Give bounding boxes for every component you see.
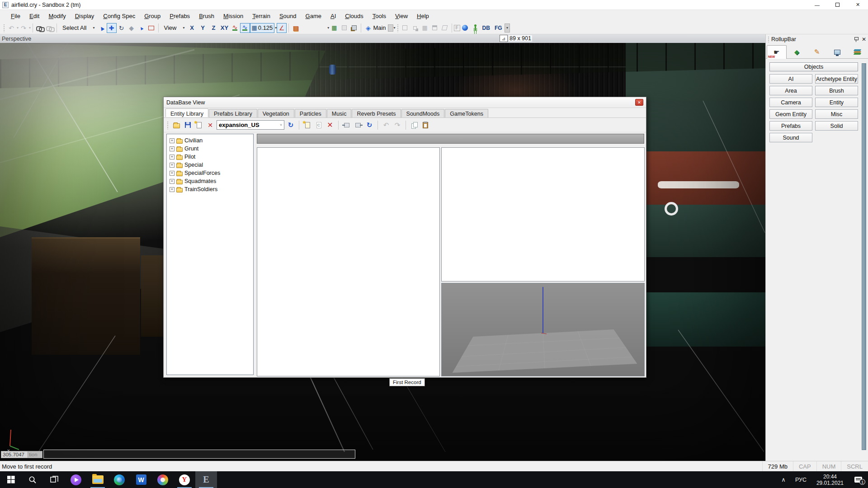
menu-prefabs[interactable]: Prefabs (165, 11, 194, 21)
taskbar-alice-button[interactable] (65, 471, 87, 488)
taskbar-explorer-button[interactable] (87, 471, 108, 488)
fg-toolbar-button[interactable]: FG (492, 25, 505, 31)
object-properties-button[interactable]: ▤ (291, 23, 301, 33)
tab-terrain[interactable]: ◆ (787, 45, 807, 58)
action-center-button[interactable]: 1 (848, 471, 868, 488)
menu-mission[interactable]: Mission (219, 11, 248, 21)
db-toolbar-button[interactable]: DB (480, 25, 492, 31)
copy-button[interactable] (409, 120, 419, 130)
view-combo[interactable]: View▾ (160, 23, 187, 32)
add-library-button[interactable]: ✱ (194, 120, 204, 130)
unlink-button[interactable] (45, 23, 55, 33)
menu-ai[interactable]: AI (326, 11, 340, 21)
object-button-geom-entity[interactable]: Geom Entity (769, 109, 812, 119)
scale-tool-button[interactable]: ◆ (127, 23, 137, 33)
taskbar-word-button[interactable]: W (130, 471, 152, 488)
item-list-panel[interactable] (257, 147, 440, 376)
reload-item-button[interactable]: ↻ (364, 120, 374, 130)
undo-button[interactable]: ↶ (6, 23, 16, 33)
angle-snap-button[interactable]: ∠ (277, 23, 287, 33)
mission-dropdown[interactable]: ▾ (394, 26, 396, 30)
grid-snap-control[interactable]: ▦ 0.125 (250, 23, 275, 33)
drop-to-ground-button[interactable] (430, 23, 440, 33)
start-button[interactable] (0, 471, 22, 488)
tab-reverb-presets[interactable]: Reverb Presets (352, 109, 401, 117)
maximize-button[interactable] (827, 0, 848, 10)
reload-library-button[interactable]: ↻ (286, 120, 296, 130)
object-button-prefabs[interactable]: Prefabs (769, 121, 812, 131)
expand-icon[interactable]: + (170, 171, 175, 176)
axis-z-button[interactable]: Z (208, 23, 219, 33)
select-tool-button[interactable]: ▲ (97, 23, 107, 33)
coordinate-field[interactable]: 305.7047 (1, 451, 28, 458)
object-button-sound[interactable]: Sound (769, 133, 812, 142)
layer-settings-button[interactable]: ▦ (329, 23, 339, 33)
follow-terrain-button[interactable]: ∿ (240, 23, 250, 33)
tab-objects[interactable]: ☛ NEW (767, 45, 787, 59)
object-button-camera[interactable]: Camera (769, 98, 812, 107)
minimize-button[interactable]: — (807, 0, 827, 10)
menu-brush[interactable]: Brush (194, 11, 219, 21)
library-combobox[interactable]: expansion_US ˅ (217, 120, 284, 130)
align-objects-button[interactable] (410, 23, 420, 33)
link-button[interactable] (35, 23, 45, 33)
object-button-solid[interactable]: Solid (815, 121, 858, 131)
menu-game[interactable]: Game (301, 11, 326, 21)
tab-gametokens[interactable]: GameTokens (445, 109, 488, 117)
tab-layers[interactable] (847, 45, 867, 58)
feature-toggle-button[interactable]: F (454, 25, 460, 31)
grid-tools-button[interactable]: ▦ (420, 23, 430, 33)
pin-icon[interactable] (854, 37, 858, 42)
tree-item-squadmates[interactable]: + Squadmates (167, 177, 253, 185)
menu-clouds[interactable]: Clouds (340, 11, 368, 21)
tab-entity-library[interactable]: Entity Library (165, 108, 208, 117)
move-tool-button[interactable]: ✚ (107, 23, 117, 33)
axis-x-button[interactable]: X (187, 23, 198, 33)
tree-item-special[interactable]: + Special (167, 161, 253, 169)
goto-position-button[interactable] (460, 23, 470, 33)
object-button-area[interactable]: Area (769, 86, 812, 95)
tab-music[interactable]: Music (327, 109, 352, 117)
rollupbar-close-button[interactable]: ✕ (862, 36, 866, 42)
menu-modify[interactable]: Modify (44, 11, 70, 21)
menu-sound[interactable]: Sound (275, 11, 301, 21)
axis-xy-button[interactable]: XY (219, 23, 230, 33)
tree-item-civilian[interactable]: + Civilian (167, 136, 253, 145)
dialog-titlebar[interactable]: DataBase View ✕ (164, 97, 646, 108)
delete-library-button[interactable]: ✕ (205, 120, 215, 130)
mission-properties-button[interactable] (388, 24, 393, 32)
rotate-tool-button[interactable]: ↻ (117, 23, 127, 33)
terrain-align-button[interactable]: ∿ (230, 23, 240, 33)
tree-item-pilot[interactable]: + Pilot (167, 153, 253, 161)
menu-file[interactable]: File (6, 11, 25, 21)
item-properties-panel[interactable] (441, 147, 645, 282)
object-button-archetype-entity[interactable]: Archetype Entity (815, 74, 858, 84)
toolbar-grip[interactable] (3, 24, 5, 32)
tree-item-trainsoldiers[interactable]: + TrainSoldiers (167, 185, 253, 193)
item-preview-panel[interactable] (441, 283, 645, 376)
menu-help[interactable]: Help (412, 11, 434, 21)
physics-reset-button[interactable] (440, 23, 450, 33)
rollupbar-header[interactable]: RollupBar ✕ (766, 34, 868, 44)
taskbar-search-button[interactable] (22, 471, 43, 488)
add-item-button[interactable]: ✱ (302, 120, 312, 130)
object-button-ai[interactable]: AI (769, 74, 812, 84)
expand-icon[interactable]: + (170, 146, 175, 151)
window-titlebar[interactable]: E airfield.cry - Sandbox 2 (tm) — ✕ (0, 0, 868, 10)
menu-config-spec[interactable]: Config Spec (99, 11, 140, 21)
rollupbar-grip[interactable] (768, 36, 769, 42)
objects-rollup-header[interactable]: Objects (769, 62, 858, 71)
taskbar-yandex-button[interactable]: Y (174, 471, 195, 488)
tab-modelling[interactable]: ✎ (807, 45, 827, 58)
freeze-object-button[interactable] (339, 23, 349, 33)
unfreeze-object-button[interactable] (349, 23, 359, 33)
expand-icon[interactable]: + (170, 163, 175, 168)
dialog-close-button[interactable]: ✕ (635, 99, 643, 106)
taskbar-paint-button[interactable] (152, 471, 174, 488)
taskbar-clock[interactable]: 20:44 29.01.2021 (812, 474, 848, 486)
expand-icon[interactable]: + (170, 179, 175, 184)
tab-particles[interactable]: Particles (295, 109, 326, 117)
expand-icon[interactable]: + (170, 138, 175, 143)
object-button-entity[interactable]: Entity (815, 98, 858, 107)
mission-combo[interactable]: Main (373, 23, 387, 32)
